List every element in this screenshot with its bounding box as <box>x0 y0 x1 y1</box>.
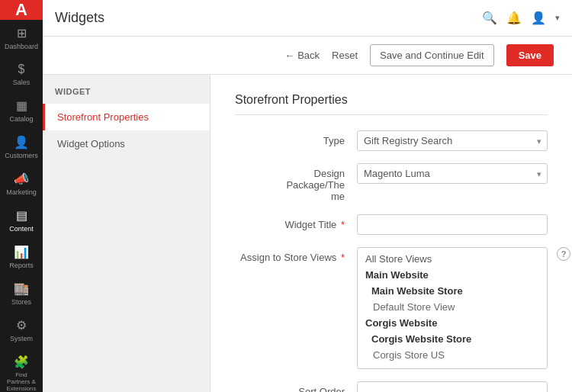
design-select-wrapper: Magento Luma ▾ <box>357 163 548 184</box>
page-title: Widgets <box>55 10 476 26</box>
sv-corgis-website-store[interactable]: Corgis Website Store <box>358 331 547 347</box>
widget-section-title: WIDGET <box>43 87 210 104</box>
nav-storefront-properties[interactable]: Storefront Properties <box>43 104 210 130</box>
store-views-row: Assign to Store Views * All Store Views … <box>235 247 548 369</box>
user-icon[interactable]: 👤 <box>531 11 546 25</box>
assign-label: Assign to Store Views * <box>235 247 357 263</box>
reports-icon: 📊 <box>14 245 29 259</box>
customers-icon: 👤 <box>14 135 29 149</box>
system-icon: ⚙ <box>16 318 27 333</box>
search-icon[interactable]: 🔍 <box>482 11 497 25</box>
sidebar-item-label: Content <box>9 225 34 233</box>
widget-title-required: * <box>341 219 345 230</box>
bell-icon[interactable]: 🔔 <box>506 11 522 25</box>
sidebar-item-sales[interactable]: $ Sales <box>0 56 43 92</box>
catalog-icon: ▦ <box>16 98 27 113</box>
sv-all-store-views[interactable]: All Store Views <box>358 251 547 267</box>
storefront-properties-title: Storefront Properties <box>235 93 548 115</box>
content-icon: ▤ <box>16 208 27 223</box>
actionbar: ← Back Reset Save and Continue Edit Save <box>43 37 572 75</box>
sidebar-logo: A <box>0 0 43 20</box>
sidebar-item-dashboard[interactable]: ⊞ Dashboard <box>0 20 43 56</box>
sidebar-item-label: System <box>10 335 33 342</box>
sidebar-item-system[interactable]: ⚙ System <box>0 312 43 349</box>
topbar-icons: 🔍 🔔 👤 ▾ <box>482 11 560 25</box>
design-control: Magento Luma ▾ <box>357 163 548 184</box>
sidebar-item-label: Reports <box>9 262 34 269</box>
store-views-with-help: All Store Views Main Website Main Websit… <box>357 247 570 369</box>
sidebar-item-label: Marketing <box>6 188 37 196</box>
sidebar-item-content[interactable]: ▤ Content <box>0 202 43 239</box>
sort-order-input[interactable] <box>357 381 548 392</box>
dashboard-icon: ⊞ <box>17 26 27 40</box>
back-button[interactable]: ← Back <box>284 50 320 61</box>
reset-button[interactable]: Reset <box>332 50 358 61</box>
design-row: DesignPackage/Theme Magento Luma ▾ <box>235 163 548 202</box>
sort-order-control: Sort Order of widget instances in the sa… <box>357 381 548 392</box>
store-views-list[interactable]: All Store Views Main Website Main Websit… <box>357 247 548 369</box>
type-label: Type <box>235 130 357 146</box>
sidebar-item-label: Stores <box>11 298 31 306</box>
sort-order-row: Sort Order Sort Order of widget instance… <box>235 381 548 392</box>
sidebar-item-label: Find Partners & Extensions <box>3 371 40 392</box>
store-views-help-icon[interactable]: ? <box>557 247 570 261</box>
design-label: DesignPackage/Theme <box>235 163 357 202</box>
nav-widget-options[interactable]: Widget Options <box>43 130 210 157</box>
extensions-icon: 🧩 <box>14 355 29 369</box>
sidebar-item-label: Dashboard <box>5 43 38 50</box>
sidebar-item-label: Catalog <box>9 115 33 123</box>
sidebar-item-customers[interactable]: 👤 Customers <box>0 129 43 165</box>
chevron-down-icon[interactable]: ▾ <box>555 13 560 23</box>
sales-icon: $ <box>18 63 25 76</box>
save-button[interactable]: Save <box>506 44 554 66</box>
type-select-wrapper: Gift Registry Search ▾ <box>357 130 548 151</box>
sv-corgis-store-us[interactable]: Corgis Store US <box>358 347 547 363</box>
sidebar-item-stores[interactable]: 🏬 Stores <box>0 275 43 312</box>
widget-title-input[interactable] <box>357 214 548 235</box>
type-select[interactable]: Gift Registry Search <box>357 130 548 151</box>
sidebar: A ⊞ Dashboard $ Sales ▦ Catalog 👤 Custom… <box>0 0 43 392</box>
sv-corgis-website[interactable]: Corgis Website <box>358 315 547 331</box>
sv-main-website-store[interactable]: Main Website Store <box>358 283 547 299</box>
sidebar-item-catalog[interactable]: ▦ Catalog <box>0 92 43 129</box>
sv-main-website[interactable]: Main Website <box>358 267 547 283</box>
topbar: Widgets 🔍 🔔 👤 ▾ <box>43 0 572 37</box>
sort-order-label: Sort Order <box>235 381 357 392</box>
store-views-control: All Store Views Main Website Main Websit… <box>357 247 570 369</box>
right-panel: Storefront Properties Type Gift Registry… <box>210 75 572 392</box>
widget-title-control <box>357 214 548 235</box>
widget-title-row: Widget Title * <box>235 214 548 235</box>
marketing-icon: 📣 <box>14 172 29 186</box>
type-control: Gift Registry Search ▾ <box>357 130 548 151</box>
assign-required: * <box>341 252 345 263</box>
back-arrow-icon: ← <box>284 50 294 61</box>
main-area: Widgets 🔍 🔔 👤 ▾ ← Back Reset Save and Co… <box>43 0 572 392</box>
sidebar-item-label: Customers <box>5 152 38 159</box>
sidebar-item-label: Sales <box>13 79 31 86</box>
stores-icon: 🏬 <box>14 281 29 296</box>
type-row: Type Gift Registry Search ▾ <box>235 130 548 151</box>
content-area: WIDGET Storefront Properties Widget Opti… <box>43 75 572 392</box>
save-continue-button[interactable]: Save and Continue Edit <box>370 44 494 66</box>
sidebar-item-reports[interactable]: 📊 Reports <box>0 239 43 275</box>
sidebar-item-extensions[interactable]: 🧩 Find Partners & Extensions <box>0 349 43 392</box>
sv-default-store-view[interactable]: Default Store View <box>358 299 547 315</box>
design-select[interactable]: Magento Luma <box>357 163 548 184</box>
left-panel: WIDGET Storefront Properties Widget Opti… <box>43 75 210 392</box>
sidebar-item-marketing[interactable]: 📣 Marketing <box>0 165 43 202</box>
widget-title-label: Widget Title * <box>235 214 357 230</box>
